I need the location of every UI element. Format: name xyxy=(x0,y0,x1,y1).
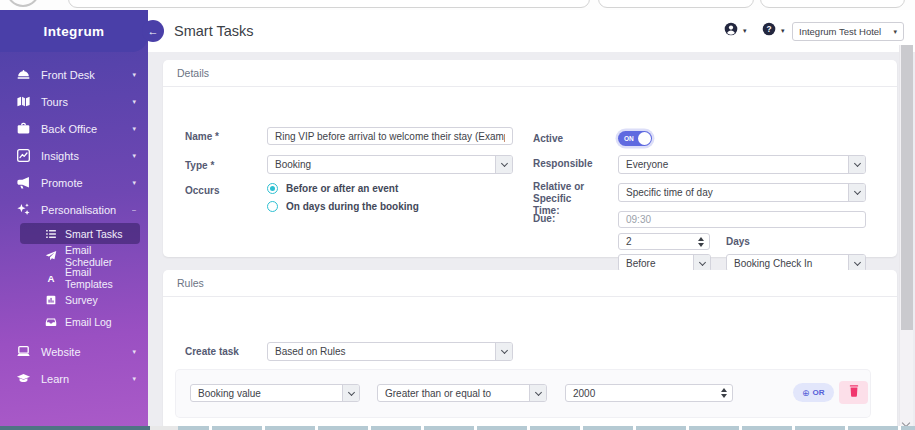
create-task-label: Create task xyxy=(185,346,239,358)
main-content: Details Name * Type * Booking Occurs Bef… xyxy=(148,52,915,426)
sidebar-item-email-templates[interactable]: A Email Templates xyxy=(20,267,140,288)
browser-button-remnant xyxy=(6,0,40,7)
megaphone-icon xyxy=(15,175,32,190)
chevron-down-icon: ▾ xyxy=(781,27,785,35)
sidebar-item-label: Survey xyxy=(65,294,98,306)
offset-direction-value: Before xyxy=(626,258,655,269)
back-button[interactable]: ← xyxy=(142,20,164,42)
laptop-icon xyxy=(15,344,32,359)
browser-chrome-strip xyxy=(0,0,915,10)
due-time-input[interactable]: 09:30 xyxy=(618,211,866,228)
relative-time-select-value: Specific time of day xyxy=(626,187,713,198)
create-task-select[interactable]: Based on Rules xyxy=(267,342,513,361)
rule-field-value: Booking value xyxy=(198,388,261,399)
chevron-down-icon: ▾ xyxy=(132,348,136,355)
briefcase-icon xyxy=(15,121,32,136)
chevron-down-icon: ▾ xyxy=(132,152,136,159)
occurs-option-during-booking[interactable]: On days during the booking xyxy=(267,201,419,212)
inbox-icon xyxy=(44,316,58,328)
bottom-edge-segment xyxy=(150,426,178,430)
type-select[interactable]: Booking xyxy=(267,155,513,174)
stepper-icon[interactable] xyxy=(698,237,704,247)
type-select-value: Booking xyxy=(275,159,311,170)
rule-value: 2000 xyxy=(573,388,595,399)
create-task-select-value: Based on Rules xyxy=(275,346,346,357)
sidebar-item-personalisation[interactable]: Personalisation – xyxy=(0,196,148,223)
toggle-knob xyxy=(638,132,651,145)
sidebar-item-email-log[interactable]: Email Log xyxy=(20,311,140,332)
toggle-state-label: ON xyxy=(624,135,634,142)
rule-operator-value: Greater than or equal to xyxy=(385,388,491,399)
back-arrow-icon: ← xyxy=(148,25,159,37)
top-bar: Smart Tasks ▾ ? ▾ Integrum Test Hotel ▾ xyxy=(148,10,915,52)
active-toggle[interactable]: ON xyxy=(618,131,652,146)
rules-card: Rules Create task Based on Rules Booking… xyxy=(163,270,897,430)
sidebar-item-survey[interactable]: Survey xyxy=(20,289,140,310)
sidebar-item-insights[interactable]: Insights ▾ xyxy=(0,142,148,169)
chevron-down-icon: ▾ xyxy=(132,98,136,105)
sidebar-item-email-scheduler[interactable]: Email Scheduler xyxy=(20,245,140,266)
details-card: Details Name * Type * Booking Occurs Bef… xyxy=(163,60,897,257)
paper-plane-icon xyxy=(44,250,58,262)
active-label: Active xyxy=(533,133,563,145)
sidebar-item-tours[interactable]: Tours ▾ xyxy=(0,88,148,115)
hotel-selector-value: Integrum Test Hotel xyxy=(799,26,881,37)
sidebar-item-promote[interactable]: Promote ▾ xyxy=(0,169,148,196)
relative-time-label: Relative or Specific Time: xyxy=(533,181,597,217)
details-card-title: Details xyxy=(163,60,897,87)
rule-value-input[interactable]: 2000 xyxy=(565,384,733,402)
sidebar-item-learn[interactable]: Learn ▾ xyxy=(0,365,148,392)
list-icon xyxy=(44,228,58,240)
svg-text:?: ? xyxy=(766,24,771,34)
trash-icon xyxy=(849,385,859,400)
sidebar-item-label: Insights xyxy=(41,150,79,162)
rule-field-select[interactable]: Booking value xyxy=(190,384,360,402)
survey-chart-icon xyxy=(44,294,58,306)
stepper-icon[interactable] xyxy=(721,388,727,398)
help-menu-button[interactable]: ? ▾ xyxy=(762,22,785,40)
bottom-edge-strip xyxy=(0,426,915,430)
sidebar-item-website[interactable]: Website ▾ xyxy=(0,338,148,365)
app-logo: Integrum xyxy=(0,10,148,52)
chevron-down-icon: ▾ xyxy=(132,375,136,382)
sidebar-item-label: Email Templates xyxy=(65,266,140,290)
scrollbar-thumb[interactable] xyxy=(901,45,913,330)
delete-rule-button[interactable] xyxy=(839,381,868,404)
circle-plus-icon: ⊕ xyxy=(802,388,810,398)
chevron-down-icon: ▾ xyxy=(893,28,897,36)
chevron-down-icon xyxy=(693,255,710,271)
chevron-down-icon xyxy=(495,156,512,173)
collapse-icon: – xyxy=(132,206,136,213)
bottom-edge-segment xyxy=(0,426,150,430)
or-button-label: OR xyxy=(813,388,825,397)
days-unit-label: Days xyxy=(726,236,750,248)
sidebar-item-label: Email Log xyxy=(65,316,112,328)
offset-event-value: Booking Check In xyxy=(734,258,812,269)
type-label: Type * xyxy=(185,160,214,172)
sidebar-item-smart-tasks[interactable]: Smart Tasks xyxy=(20,223,140,244)
graduation-cap-icon xyxy=(15,371,32,386)
chevron-down-icon: ▾ xyxy=(132,71,136,78)
hotel-selector[interactable]: Integrum Test Hotel ▾ xyxy=(792,22,904,41)
browser-toolbar-remnant xyxy=(598,0,754,8)
add-or-rule-button[interactable]: ⊕ OR xyxy=(793,383,834,402)
name-input[interactable] xyxy=(267,127,513,145)
user-menu-button[interactable]: ▾ xyxy=(724,22,747,40)
vertical-scrollbar[interactable] xyxy=(899,45,913,430)
occurs-option-before-after[interactable]: Before or after an event xyxy=(267,183,398,194)
chevron-down-icon xyxy=(495,343,512,360)
sidebar-item-label: Email Scheduler xyxy=(65,244,140,268)
chevron-down-icon xyxy=(848,156,865,173)
sparkles-icon xyxy=(15,202,32,217)
rule-operator-select[interactable]: Greater than or equal to xyxy=(377,384,547,402)
sidebar-item-back-office[interactable]: Back Office ▾ xyxy=(0,115,148,142)
svg-text:A: A xyxy=(47,272,54,283)
relative-time-select[interactable]: Specific time of day xyxy=(618,183,866,202)
responsible-select-value: Everyone xyxy=(626,159,668,170)
chevron-down-icon xyxy=(848,255,865,271)
responsible-select[interactable]: Everyone xyxy=(618,155,866,174)
sidebar-item-label: Learn xyxy=(41,373,69,385)
sidebar-item-front-desk[interactable]: Front Desk ▾ xyxy=(0,61,148,88)
page-title: Smart Tasks xyxy=(174,23,254,39)
days-count-input[interactable]: 2 xyxy=(618,233,710,250)
